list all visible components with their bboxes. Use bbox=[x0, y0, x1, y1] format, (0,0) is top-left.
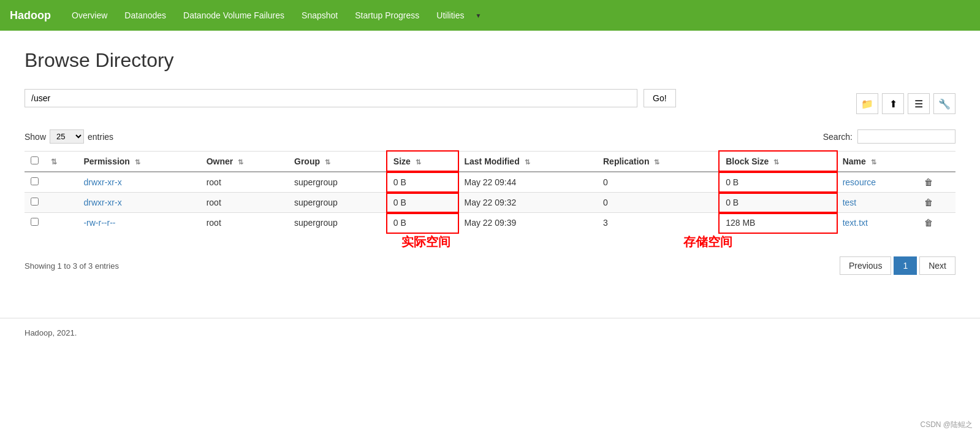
nav-datanode-volume-failures[interactable]: Datanode Volume Failures bbox=[175, 0, 293, 31]
th-size[interactable]: Size ⇅ bbox=[387, 152, 458, 172]
table-row: drwxr-xr-x root supergroup 0 B May 22 09… bbox=[25, 193, 955, 213]
row-checkbox[interactable] bbox=[31, 218, 39, 226]
row-checkbox[interactable] bbox=[31, 198, 39, 206]
group-sort-icon: ⇅ bbox=[325, 158, 330, 166]
th-block-size[interactable]: Block Size ⇅ bbox=[720, 152, 837, 172]
th-actions bbox=[918, 152, 955, 172]
row-permission: -rw-r--r-- bbox=[77, 213, 200, 233]
last-modified-sort-icon: ⇅ bbox=[525, 158, 530, 166]
select-all-checkbox[interactable] bbox=[31, 156, 39, 164]
row-owner: root bbox=[200, 172, 288, 193]
row-last-modified: May 22 09:44 bbox=[458, 172, 597, 193]
nav-overview[interactable]: Overview bbox=[63, 0, 116, 31]
row-permission: drwxr-xr-x bbox=[77, 172, 200, 193]
row-block-size: 0 B bbox=[720, 172, 837, 193]
row-delete[interactable]: 🗑 bbox=[918, 193, 955, 213]
row-size: 0 B bbox=[387, 172, 458, 193]
row-last-modified: May 22 09:39 bbox=[458, 213, 597, 233]
nav-datanodes[interactable]: Datanodes bbox=[116, 0, 175, 31]
row-delete[interactable]: 🗑 bbox=[918, 172, 955, 193]
list-icon: ☰ bbox=[914, 98, 923, 110]
row-permission: drwxr-xr-x bbox=[77, 193, 200, 213]
brand-logo[interactable]: Hadoop bbox=[10, 9, 51, 22]
table-body: drwxr-xr-x root supergroup 0 B May 22 09… bbox=[25, 172, 955, 233]
th-name[interactable]: Name ⇅ bbox=[837, 152, 919, 172]
wrench-icon: 🔧 bbox=[938, 98, 951, 110]
permission-sort-icon: ⇅ bbox=[135, 158, 140, 166]
name-link[interactable]: resource bbox=[843, 177, 876, 187]
nav-utilities[interactable]: Utilities bbox=[428, 0, 473, 31]
tool-action-button[interactable]: 🔧 bbox=[933, 93, 955, 114]
go-button[interactable]: Go! bbox=[644, 89, 676, 107]
main-content: Browse Directory Go! 📁 ⬆ ☰ 🔧 Show bbox=[0, 31, 980, 293]
action-icons-group: 📁 ⬆ ☰ 🔧 bbox=[856, 93, 955, 114]
table-row: -rw-r--r-- root supergroup 0 B May 22 09… bbox=[25, 213, 955, 233]
upload-action-button[interactable]: ⬆ bbox=[882, 93, 904, 114]
row-name: text.txt bbox=[837, 213, 919, 233]
th-permission[interactable]: Permission ⇅ bbox=[77, 152, 200, 172]
th-owner[interactable]: Owner ⇅ bbox=[200, 152, 288, 172]
previous-button[interactable]: Previous bbox=[840, 256, 891, 275]
navbar: Hadoop Overview Datanodes Datanode Volum… bbox=[0, 0, 980, 31]
permission-link[interactable]: -rw-r--r-- bbox=[83, 218, 115, 228]
row-group: supergroup bbox=[288, 213, 387, 233]
annotation-size: 实际空间 bbox=[377, 234, 475, 250]
table-controls: Show 10 25 50 100 entries Search: bbox=[25, 129, 955, 144]
table-row: drwxr-xr-x root supergroup 0 B May 22 09… bbox=[25, 172, 955, 193]
row-checkbox[interactable] bbox=[31, 177, 39, 185]
name-link[interactable]: text.txt bbox=[843, 218, 868, 228]
th-group[interactable]: Group ⇅ bbox=[288, 152, 387, 172]
folder-action-button[interactable]: 📁 bbox=[856, 93, 878, 114]
size-sort-icon: ⇅ bbox=[416, 158, 421, 166]
search-input[interactable] bbox=[857, 129, 955, 144]
row-owner: root bbox=[200, 213, 288, 233]
table-header: ⇅ Permission ⇅ Owner ⇅ Group ⇅ Size ⇅ bbox=[25, 152, 955, 172]
row-icon bbox=[45, 172, 77, 193]
row-last-modified: May 22 09:32 bbox=[458, 193, 597, 213]
block-size-sort-icon: ⇅ bbox=[773, 158, 779, 166]
row-size: 0 B bbox=[387, 213, 458, 233]
directory-table: ⇅ Permission ⇅ Owner ⇅ Group ⇅ Size ⇅ bbox=[25, 151, 955, 233]
row-block-size: 0 B bbox=[720, 193, 837, 213]
row-icon bbox=[45, 193, 77, 213]
sort-arrows-icon: ⇅ bbox=[51, 158, 57, 166]
row-group: supergroup bbox=[288, 172, 387, 193]
row-replication: 0 bbox=[597, 193, 720, 213]
permission-link[interactable]: drwxr-xr-x bbox=[83, 177, 121, 187]
row-block-size: 128 MB bbox=[720, 213, 837, 233]
row-delete[interactable]: 🗑 bbox=[918, 213, 955, 233]
showing-text: Showing 1 to 3 of 3 entries bbox=[25, 261, 119, 271]
row-replication: 3 bbox=[597, 213, 720, 233]
entries-select[interactable]: 10 25 50 100 bbox=[50, 129, 84, 144]
pagination: Previous 1 Next bbox=[840, 256, 955, 275]
nav-startup-progress[interactable]: Startup Progress bbox=[346, 0, 428, 31]
footer-text: Hadoop, 2021. bbox=[25, 328, 77, 337]
permission-link[interactable]: drwxr-xr-x bbox=[83, 198, 121, 207]
th-replication[interactable]: Replication ⇅ bbox=[597, 152, 720, 172]
next-button[interactable]: Next bbox=[919, 256, 955, 275]
page-1-button[interactable]: 1 bbox=[894, 256, 917, 275]
list-action-button[interactable]: ☰ bbox=[908, 93, 930, 114]
show-label: Show bbox=[25, 132, 46, 142]
row-name: resource bbox=[837, 172, 919, 193]
row-replication: 0 bbox=[597, 172, 720, 193]
footer: Hadoop, 2021. bbox=[0, 318, 980, 347]
th-sort-icon: ⇅ bbox=[45, 152, 77, 172]
row-name: test bbox=[837, 193, 919, 213]
row-size: 0 B bbox=[387, 193, 458, 213]
th-last-modified[interactable]: Last Modified ⇅ bbox=[458, 152, 597, 172]
name-link[interactable]: test bbox=[843, 198, 857, 207]
path-input[interactable] bbox=[25, 89, 637, 107]
search-box: Search: bbox=[823, 129, 955, 144]
annotation-block: 存储空间 bbox=[659, 234, 757, 250]
search-label: Search: bbox=[823, 132, 853, 142]
entries-label: entries bbox=[88, 132, 113, 142]
upload-icon: ⬆ bbox=[889, 98, 897, 110]
nav-snapshot[interactable]: Snapshot bbox=[293, 0, 346, 31]
page-title: Browse Directory bbox=[25, 49, 955, 72]
folder-icon: 📁 bbox=[861, 98, 873, 110]
annotations-row: 实际空间 存储空间 bbox=[25, 234, 955, 250]
replication-sort-icon: ⇅ bbox=[654, 158, 659, 166]
name-sort-icon: ⇅ bbox=[871, 158, 876, 166]
row-icon bbox=[45, 213, 77, 233]
